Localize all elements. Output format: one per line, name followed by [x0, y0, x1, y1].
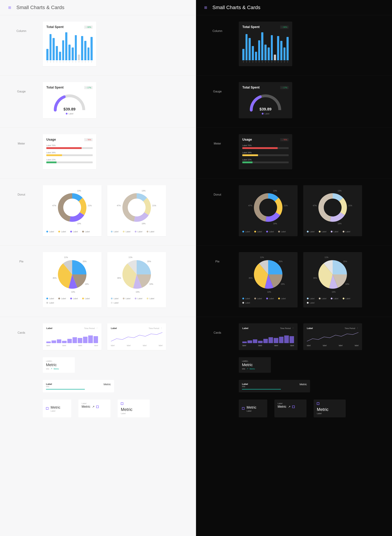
meter-row: Label 76% — [242, 144, 289, 149]
row-pie: Pie 25%19%10%35%11% LabelLabelLabelLabel… — [0, 245, 196, 317]
legend-item: Label — [46, 297, 54, 300]
row-cards: Cards Label Time Period labellabellabell… — [196, 317, 392, 427]
card-title: Total Spent — [242, 25, 260, 29]
trend-up-icon: ↗ — [92, 405, 94, 408]
legend-item: Label — [111, 302, 118, 304]
more-icon[interactable] — [161, 327, 163, 329]
small-metric-card[interactable]: Label Metric↗ — [78, 399, 111, 417]
card-title: Total Spent — [46, 25, 64, 29]
row-gauge: Gauge Total Spent 17% $39.89 Label — [0, 76, 196, 128]
more-icon[interactable] — [357, 327, 359, 329]
arrow-up-icon — [85, 86, 87, 89]
meter-row: Label 22% — [46, 159, 93, 163]
legend-item: Label — [331, 230, 338, 233]
small-metric-card[interactable]: Metric Label — [314, 399, 346, 417]
delta-badge: 17% — [280, 86, 289, 89]
legend-item: Label — [307, 230, 314, 233]
legend-item: Label — [254, 297, 262, 300]
legend-item: Label — [307, 302, 314, 304]
row-label: Gauge — [196, 76, 239, 128]
arrow-down-icon — [281, 139, 283, 141]
spark-column-card[interactable]: Label Time Period labellabellabellabel — [43, 323, 102, 350]
metric-bar-card[interactable]: LabelInfoMetric — [239, 380, 310, 392]
delta-badge: 17% — [84, 86, 93, 89]
small-metric-card[interactable]: MetricLabel — [239, 399, 267, 417]
small-metric-card[interactable]: Metric Label — [118, 399, 150, 417]
layout-icon: ⊞ — [6, 4, 13, 11]
donut-card[interactable]: 13%21%19%47% LabelLabelLabelLabel — [239, 185, 298, 236]
legend-item: Label — [278, 230, 286, 233]
legend-item: Label — [135, 230, 142, 233]
more-icon[interactable] — [96, 327, 98, 329]
trend-up-icon: ↗ — [51, 368, 52, 370]
square-icon — [242, 407, 244, 410]
legend-item: Label — [123, 230, 131, 233]
legend-item: Label — [343, 230, 350, 233]
meter-row: Label 22% — [242, 159, 289, 163]
legend-item: Label — [307, 297, 314, 300]
pie-card[interactable]: 25%19%10%35%11% LabelLabelLabelLabelLabe… — [239, 252, 298, 307]
legend-item: Label — [111, 230, 118, 233]
row-pie: Pie 25%19%10%35%11% LabelLabelLabelLabel… — [196, 245, 392, 317]
arrow-up-icon — [281, 26, 283, 28]
row-label: Column — [196, 15, 239, 76]
legend-item: Label — [82, 230, 90, 233]
page-title: Small Charts & Cards — [212, 5, 260, 10]
gauge-card[interactable]: Total Spent 17% $39.89 Label — [239, 82, 292, 118]
delta-badge: 76% — [84, 138, 93, 141]
meter-row: Label 34% — [46, 152, 93, 156]
square-icon — [46, 407, 48, 410]
legend-item: Label — [58, 297, 66, 300]
column-chart — [242, 32, 289, 60]
trend-up-icon: ↗ — [247, 368, 248, 370]
row-donut: Donut 13%21%19%47% LabelLabelLabelLabel … — [196, 179, 392, 245]
layout-icon: ⊞ — [202, 4, 209, 11]
donut-card[interactable]: 13%21%19%47% LabelLabelLabelLabel — [107, 185, 166, 236]
small-metric-card[interactable]: MetricLabel — [43, 399, 71, 417]
pie-card[interactable]: 25%19%10%35%11% LabelLabelLabelLabelLabe… — [107, 252, 166, 307]
row-gauge: Gauge Total Spent 17% $39.89 Label — [196, 76, 392, 128]
column-chart-card[interactable]: Total Spent 00% 000000000000000 — [239, 22, 292, 66]
gauge-card[interactable]: Total Spent 17% $39.89 Label — [43, 82, 96, 118]
small-metric-card[interactable]: Label Metric↗ — [274, 399, 307, 417]
more-icon[interactable] — [292, 327, 294, 329]
dark-panel: ⊞ Small Charts & Cards Column Total Spen… — [196, 0, 392, 536]
delta-badge: 76% — [280, 138, 289, 141]
legend-item: Label — [266, 230, 274, 233]
row-meter: Meter Usage 76% Label 76% Label 34% Labe… — [196, 128, 392, 179]
square-icon — [317, 402, 319, 405]
donut-card[interactable]: 13%21%19%47% LabelLabelLabelLabel — [43, 185, 102, 236]
meter-card[interactable]: Usage 76% Label 76% Label 34% Label 22% — [43, 134, 96, 169]
gauge-value: $39.89 — [242, 107, 289, 111]
meter-row: Label 76% — [46, 144, 93, 149]
pie-card[interactable]: 25%19%10%35%11% LabelLabelLabelLabelLabe… — [303, 252, 362, 307]
metric-card[interactable]: LABEL Metric Info↗Metric — [239, 357, 271, 373]
metric-bar-card[interactable]: LabelInfoMetric — [43, 380, 114, 392]
square-icon — [292, 406, 295, 408]
metric-card[interactable]: LABEL Metric Info↗Metric — [43, 357, 75, 373]
gauge-value: $39.89 — [46, 107, 93, 111]
legend-item: Label — [319, 230, 327, 233]
meter-card[interactable]: Usage 76% Label 76% Label 34% Label 22% — [239, 134, 292, 169]
pie-card[interactable]: 25%19%10%35%11% LabelLabelLabelLabelLabe… — [43, 252, 102, 307]
row-column: Column Total Spent 00% 000000000000000 — [196, 15, 392, 76]
legend-item: Label — [70, 230, 78, 233]
legend-item: Label — [46, 230, 54, 233]
light-panel: ⊞ Small Charts & Cards Column Total Spen… — [0, 0, 196, 536]
spark-line-card[interactable]: Label Time Period labellabellabellabel — [107, 323, 166, 350]
legend-item: Label — [111, 297, 118, 300]
spark-line-card[interactable]: Label Time Period labellabellabellabel — [303, 323, 362, 350]
donut-card[interactable]: 13%21%19%47% LabelLabelLabelLabel — [303, 185, 362, 236]
row-donut: Donut 13%21%19%47% LabelLabelLabelLabel … — [0, 179, 196, 245]
column-chart — [46, 32, 93, 60]
legend-item: Label — [343, 297, 350, 300]
square-icon — [121, 402, 123, 405]
spark-column-card[interactable]: Label Time Period labellabellabellabel — [239, 323, 298, 350]
legend-item: Label — [254, 230, 262, 233]
square-icon — [96, 406, 99, 408]
legend-item: Label — [123, 297, 131, 300]
column-chart-card[interactable]: Total Spent 00% 000000000000000 — [43, 22, 96, 66]
legend-item: Label — [242, 230, 250, 233]
row-label: Gauge — [0, 76, 43, 128]
page-title: Small Charts & Cards — [16, 5, 64, 10]
